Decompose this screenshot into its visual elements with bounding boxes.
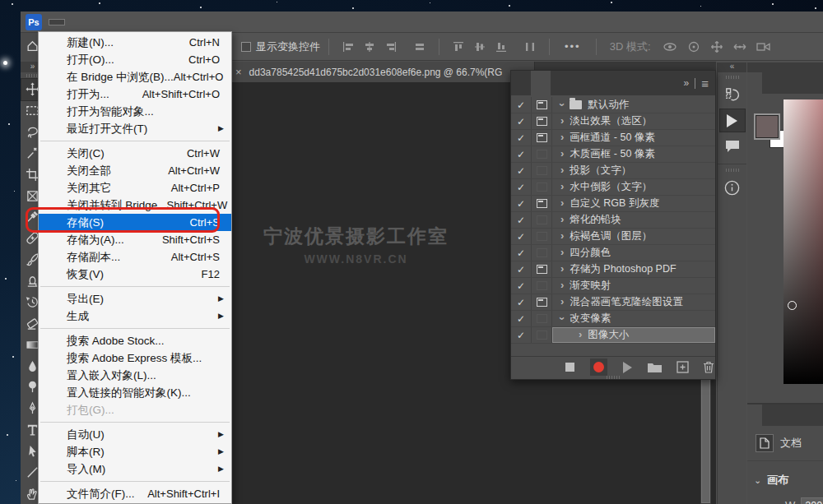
menubar-item[interactable] xyxy=(82,20,97,25)
roll-3d-icon[interactable] xyxy=(686,40,701,53)
show-transform-controls-checkbox[interactable] xyxy=(241,42,251,52)
orbit-3d-icon[interactable] xyxy=(662,40,678,53)
toggle-dialog-cell[interactable] xyxy=(532,163,552,178)
action-row[interactable]: ✓ › 熔化的铅块 xyxy=(511,212,715,229)
menubar-item[interactable] xyxy=(49,20,64,25)
expand-arrow-icon[interactable]: › xyxy=(560,164,564,176)
file-menu-item[interactable]: 脚本(R) ▶ xyxy=(39,443,231,460)
actions-panel-icon[interactable] xyxy=(720,109,745,132)
action-row[interactable]: ✓ › 四分颜色 xyxy=(511,245,715,261)
toggle-action-checkbox[interactable]: ✓ xyxy=(511,130,532,146)
action-row[interactable]: ✓ › 自定义 RGB 到灰度 xyxy=(511,196,715,212)
dock-grip[interactable] xyxy=(726,169,739,172)
toggle-dialog-cell[interactable] xyxy=(532,212,552,228)
zoom-3d-camera-icon[interactable] xyxy=(756,40,772,53)
toggle-action-checkbox[interactable]: ✓ xyxy=(511,245,532,261)
file-menu-item[interactable]: 生成 ▶ xyxy=(39,307,231,325)
file-menu-item[interactable]: ▶ xyxy=(39,137,231,145)
file-menu-item[interactable]: 在 Bridge 中浏览(B)... Alt+Ctrl+O ▶ xyxy=(39,68,231,86)
play-icon[interactable] xyxy=(621,358,634,377)
align-right-edges-icon[interactable] xyxy=(384,41,398,53)
toggle-dialog-cell[interactable] xyxy=(532,245,552,261)
toggle-action-checkbox[interactable]: ✓ xyxy=(511,327,532,343)
toggle-action-checkbox[interactable]: ✓ xyxy=(511,311,532,326)
menubar-item[interactable] xyxy=(181,20,196,25)
file-menu-item[interactable]: 关闭其它 Alt+Ctrl+P ▶ xyxy=(39,179,231,197)
distribute-horizontal-centers-icon[interactable] xyxy=(523,41,537,53)
expand-arrow-icon[interactable]: › xyxy=(560,262,564,275)
file-menu-item[interactable]: ▶ xyxy=(39,478,231,485)
expand-arrow-icon[interactable]: › xyxy=(560,295,564,307)
panel-tab[interactable] xyxy=(777,72,792,94)
file-menu-item[interactable]: 搜索 Adobe Express 模板... ▶ xyxy=(39,349,231,367)
expand-arrow-icon[interactable]: › xyxy=(560,147,564,160)
expand-arrow-icon[interactable]: › xyxy=(560,246,564,258)
align-horizontal-centers-icon[interactable] xyxy=(363,41,376,53)
file-menu-item[interactable]: 文件简介(F)... Alt+Shift+Ctrl+I ▶ xyxy=(39,485,231,502)
expand-arrow-icon[interactable]: › xyxy=(560,213,564,225)
menubar-item[interactable] xyxy=(230,20,245,25)
file-menu-item[interactable]: 导入(M) ▶ xyxy=(39,460,231,478)
toggle-action-checkbox[interactable]: ✓ xyxy=(511,261,532,277)
toggle-action-checkbox[interactable]: ✓ xyxy=(511,294,532,310)
action-row[interactable]: ✓ › 画框通道 - 50 像素 xyxy=(511,130,715,146)
toggle-action-checkbox[interactable]: ✓ xyxy=(511,163,532,178)
collapse-dock-icon[interactable]: « xyxy=(718,62,746,72)
toggle-action-checkbox[interactable]: ✓ xyxy=(511,229,532,244)
distribute-horizontally-icon[interactable] xyxy=(413,41,426,53)
color-picker-cursor[interactable] xyxy=(788,301,797,310)
delete-icon[interactable] xyxy=(702,358,715,377)
file-menu-item[interactable]: 打开为智能对象... ▶ xyxy=(39,103,231,120)
file-menu-item[interactable]: ▶ xyxy=(39,283,231,290)
align-top-edges-icon[interactable] xyxy=(452,41,465,53)
expand-arrow-icon[interactable]: › xyxy=(560,197,564,209)
file-menu-item[interactable]: 置入链接的智能对象(K)... ▶ xyxy=(39,384,231,401)
file-menu-item[interactable]: ▶ xyxy=(39,325,231,332)
toggle-dialog-cell[interactable] xyxy=(532,97,552,113)
file-menu-item[interactable]: 打开(O)... Ctrl+O ▶ xyxy=(39,51,231,68)
toggle-dialog-cell[interactable] xyxy=(532,130,552,146)
action-row[interactable]: ✓ › 默认动作 xyxy=(511,97,715,113)
expand-arrow-icon[interactable]: › xyxy=(560,131,564,143)
toggle-action-checkbox[interactable]: ✓ xyxy=(511,113,532,129)
file-menu-item[interactable]: 导出(E) ▶ xyxy=(39,290,231,307)
file-menu-item[interactable]: 恢复(V) F12 ▶ xyxy=(39,266,231,283)
file-menu-item[interactable]: 存储为(A)... Shift+Ctrl+S ▶ xyxy=(39,231,231,248)
menubar-item[interactable] xyxy=(148,20,163,25)
align-vertical-centers-icon[interactable] xyxy=(473,41,486,53)
file-menu-item[interactable]: 打开为... Alt+Shift+Ctrl+O ▶ xyxy=(39,86,231,103)
foreground-color-swatch[interactable] xyxy=(756,115,779,138)
menubar-item[interactable] xyxy=(99,20,114,25)
panel-tab[interactable] xyxy=(531,71,551,95)
pan-3d-icon[interactable] xyxy=(709,40,724,53)
record-icon[interactable] xyxy=(590,358,607,377)
panel-menu-icon[interactable]: ≡ xyxy=(701,76,709,90)
toggle-dialog-cell[interactable] xyxy=(532,327,552,343)
panel-tab[interactable] xyxy=(551,71,570,95)
menubar-item[interactable] xyxy=(214,20,229,25)
toggle-dialog-cell[interactable] xyxy=(532,179,552,195)
toggle-action-checkbox[interactable]: ✓ xyxy=(511,179,532,195)
action-row[interactable]: ✓ › 图像大小 xyxy=(511,327,715,344)
expand-arrow-icon[interactable]: › xyxy=(560,114,564,127)
action-row[interactable]: ✓ › 改变像素 xyxy=(511,311,715,327)
file-menu-item[interactable]: 搜索 Adobe Stock... ▶ xyxy=(39,332,231,349)
toggle-action-checkbox[interactable]: ✓ xyxy=(511,278,532,294)
toggle-dialog-cell[interactable] xyxy=(532,229,552,244)
close-tab-icon[interactable]: × xyxy=(235,66,242,78)
menubar-item[interactable] xyxy=(198,20,212,25)
toggle-action-checkbox[interactable]: ✓ xyxy=(511,196,532,211)
toggle-dialog-cell[interactable] xyxy=(532,278,552,294)
panel-tab[interactable] xyxy=(762,72,777,94)
file-menu-item[interactable]: 置入嵌入对象(L)... ▶ xyxy=(39,367,231,384)
file-menu-item[interactable]: 最近打开文件(T) ▶ xyxy=(39,120,231,137)
action-row[interactable]: ✓ › 存储为 Photoshop PDF xyxy=(511,261,715,278)
file-menu-item[interactable]: 存储副本... Alt+Ctrl+S ▶ xyxy=(39,248,231,266)
expand-arrow-icon[interactable]: › xyxy=(556,103,569,106)
menubar-item[interactable] xyxy=(66,20,81,25)
toggle-dialog-cell[interactable] xyxy=(532,146,552,162)
notes-panel-icon[interactable] xyxy=(720,135,745,157)
toggle-action-checkbox[interactable]: ✓ xyxy=(511,97,532,113)
width-input[interactable] xyxy=(801,497,823,504)
expand-arrow-icon[interactable]: › xyxy=(579,328,582,340)
